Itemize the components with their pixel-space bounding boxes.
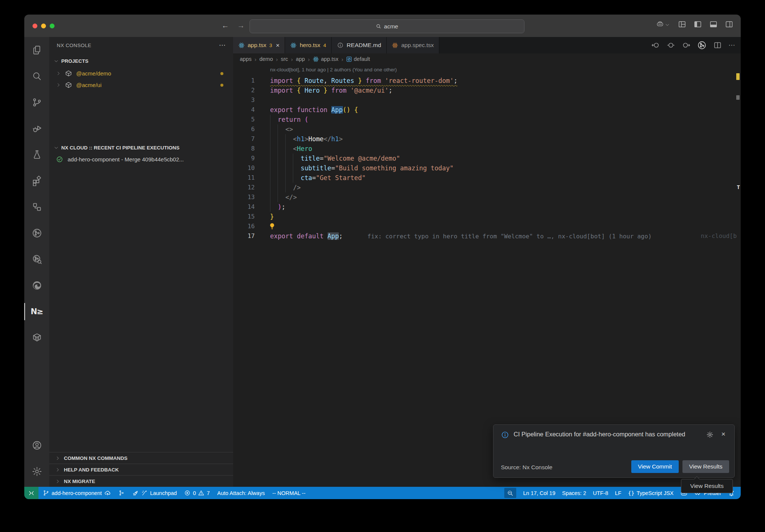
pipeline-execution-item[interactable]: add-hero-component - Merge 409b44e5cb02.… (49, 154, 233, 165)
close-icon[interactable]: × (721, 430, 725, 437)
status-bar: add-hero-componentLaunchpad07Auto Attach… (24, 487, 741, 499)
account-icon[interactable] (24, 432, 49, 458)
section-projects[interactable]: PROJECTS (54, 56, 89, 66)
edge-browser-icon[interactable] (24, 272, 49, 299)
git-graph-status[interactable] (118, 490, 125, 496)
breadcrumb-src[interactable]: src (281, 56, 288, 62)
view-commit-button[interactable]: View Commit (631, 460, 679, 473)
gear-icon[interactable] (706, 431, 713, 438)
back-arrow-icon[interactable]: ← (222, 21, 229, 30)
editor-group: app.tsx3×hero.tsx4README.mdapp.spec.tsx … (233, 37, 741, 487)
run-debug-icon[interactable] (24, 115, 49, 142)
panel-bottom-icon[interactable] (709, 20, 718, 28)
breadcrumb-label: app.tsx (321, 56, 338, 62)
breadcrumb: apps›demo›src›app›app.tsx›default (233, 53, 741, 65)
remote-icon (28, 489, 35, 497)
testing-icon[interactable] (24, 142, 49, 168)
git-graph-icon (118, 490, 125, 496)
nav-forward-circle-icon[interactable] (682, 41, 691, 50)
split-editor-icon[interactable] (713, 41, 722, 50)
language-mode[interactable]: {}TypeScript JSX (628, 490, 673, 496)
panel-right-icon[interactable] (725, 20, 733, 28)
tab-hero.tsx[interactable]: hero.tsx4 (285, 37, 332, 53)
view-results-button[interactable]: View Results (682, 460, 729, 473)
breadcrumb-label: src (281, 56, 288, 62)
status-label: Auto Attach: Always (217, 490, 265, 496)
code-area[interactable]: nx-cloud[bot], 1 hour ago | 2 authors (Y… (233, 65, 741, 487)
line-number: 6 (233, 124, 255, 134)
tab-app.tsx[interactable]: app.tsx3× (233, 37, 285, 53)
graph-circle-icon[interactable] (24, 220, 49, 246)
run-graph-icon[interactable] (697, 40, 707, 50)
breadcrumb-app[interactable]: app (296, 56, 305, 62)
cursor-position[interactable]: Ln 17, Col 19 (523, 490, 555, 496)
container-icon[interactable] (24, 325, 49, 351)
breadcrumb-default[interactable]: default (346, 56, 370, 62)
code-line-10: 10 subtitle="Build something amazing tod… (233, 163, 741, 173)
breadcrumb-separator: › (341, 56, 343, 62)
notification-toast: CI Pipeline Execution for #add-hero-comp… (493, 424, 735, 478)
more-icon[interactable]: ⋯ (728, 41, 735, 49)
project-structure-icon[interactable] (24, 194, 49, 220)
minimize-window-button[interactable] (41, 24, 46, 28)
eol[interactable]: LF (615, 490, 621, 496)
line-number: 7 (233, 134, 255, 144)
chevron-right-icon (56, 83, 61, 87)
project-item-acmedemo[interactable]: @acme/demo (49, 68, 233, 79)
overview-ruler-t-mark: T (737, 184, 740, 190)
extensions-icon[interactable] (24, 168, 49, 194)
breadcrumb-separator: › (291, 56, 293, 62)
code-line-14: 14 ); (233, 202, 741, 212)
section-nx-cloud[interactable]: NX CLOUD :: RECENT CI PIPELINE EXECUTION… (54, 142, 180, 153)
nx-icon[interactable]: N≥ (24, 299, 49, 325)
info-icon (337, 42, 344, 49)
breadcrumb-demo[interactable]: demo (259, 56, 273, 62)
git-blame-header: nx-cloud[bot], 1 hour ago | 2 authors (Y… (270, 67, 397, 72)
maximize-window-button[interactable] (50, 24, 55, 28)
graph-search-icon[interactable] (24, 246, 49, 272)
settings-icon[interactable] (24, 458, 49, 485)
vim-mode-status[interactable]: -- NORMAL -- (272, 490, 306, 496)
remote-indicator[interactable] (24, 487, 38, 499)
branch-status[interactable]: add-hero-component (43, 490, 111, 497)
close-window-button[interactable] (32, 24, 37, 28)
package-icon (65, 82, 72, 88)
panel-left-icon[interactable] (694, 20, 702, 28)
nav-circle-icon[interactable] (666, 41, 675, 50)
project-item-acmeui[interactable]: @acme/ui (49, 79, 233, 91)
auto-attach-status[interactable]: Auto Attach: Always (217, 490, 265, 496)
line-content: <> (270, 124, 293, 134)
layout-grid-icon[interactable] (678, 20, 686, 28)
editor-toolbar: ⋯ (651, 37, 735, 53)
command-center-search[interactable]: acme (250, 19, 524, 33)
section-help-and-feedback[interactable]: HELP AND FEEDBACK (49, 464, 233, 476)
line-content: export default App;fix: correct typo in … (270, 231, 652, 241)
tab-app.spec.tsx[interactable]: app.spec.tsx (387, 37, 439, 53)
copilot-menu[interactable] (656, 20, 670, 29)
section-common-nx-commands[interactable]: COMMON NX COMMANDS (49, 452, 233, 464)
more-actions-icon[interactable]: ⋯ (219, 41, 226, 49)
close-icon[interactable]: × (276, 42, 280, 49)
problems-status[interactable]: 07 (184, 490, 210, 496)
breadcrumb-app.tsx[interactable]: app.tsx (313, 56, 338, 62)
encoding[interactable]: UTF-8 (593, 490, 608, 496)
search-icon[interactable] (24, 63, 49, 89)
launchpad-status[interactable]: Launchpad (132, 490, 177, 497)
section-projects-label: PROJECTS (61, 58, 89, 64)
explorer-icon[interactable] (24, 37, 49, 63)
section-nx-migrate[interactable]: NX MIGRATE (49, 475, 233, 487)
indentation[interactable]: Spaces: 2 (562, 490, 586, 496)
code-line-11: 11 cta="Get Started" (233, 173, 741, 183)
breadcrumb-apps[interactable]: apps (240, 56, 251, 62)
nav-back-circle-icon[interactable] (651, 41, 660, 50)
source-control-icon[interactable] (24, 89, 49, 115)
tab-label: app.spec.tsx (401, 42, 434, 49)
tab-README.md[interactable]: README.md (332, 37, 387, 53)
zoom-indicator[interactable] (504, 488, 516, 498)
react-blue-icon (313, 56, 319, 62)
tab-label: README.md (347, 42, 381, 49)
line-number: 12 (233, 183, 255, 192)
modified-dot (220, 72, 223, 75)
forward-arrow-icon[interactable]: → (237, 21, 245, 30)
rocket-icon (132, 490, 139, 497)
